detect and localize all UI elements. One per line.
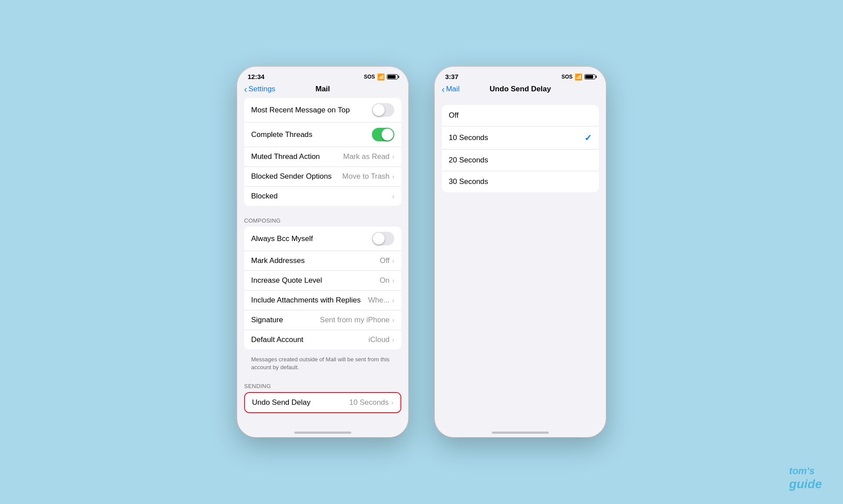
threading-group: Most Recent Message on Top Complete Thre… <box>244 98 401 206</box>
increase-quote-chevron: › <box>392 277 394 284</box>
undo-send-chevron: › <box>391 399 393 406</box>
left-sos: SOS <box>364 74 375 80</box>
default-account-value: iCloud <box>368 335 389 344</box>
footer-note: Messages created outside of Mail will be… <box>237 353 408 375</box>
complete-threads-row[interactable]: Complete Threads <box>244 122 401 147</box>
blocked-sender-value: Move to Trash <box>342 172 390 181</box>
right-back-button[interactable]: ‹ Mail <box>442 85 460 94</box>
right-sos: SOS <box>562 74 573 80</box>
mark-addresses-value: Off <box>380 256 389 265</box>
composing-group: Always Bcc Myself Mark Addresses Off › I… <box>244 227 401 349</box>
signature-row[interactable]: Signature Sent from my iPhone › <box>244 310 401 330</box>
most-recent-toggle-knob <box>373 104 385 116</box>
left-home-indicator <box>237 422 408 437</box>
signature-chevron: › <box>392 317 394 324</box>
increase-quote-row[interactable]: Increase Quote Level On › <box>244 271 401 291</box>
muted-thread-value: Mark as Read <box>343 152 390 161</box>
delay-option-30s[interactable]: 30 Seconds <box>442 171 599 192</box>
always-bcc-label: Always Bcc Myself <box>251 234 372 243</box>
left-back-button[interactable]: ‹ Settings <box>244 85 275 94</box>
signature-label: Signature <box>251 316 320 324</box>
increase-quote-label: Increase Quote Level <box>251 276 380 285</box>
increase-quote-value: On <box>380 276 390 285</box>
muted-thread-chevron: › <box>392 153 394 160</box>
complete-threads-label: Complete Threads <box>251 130 372 139</box>
composing-section-label: COMPOSING <box>237 209 408 227</box>
right-wifi-icon: 📶 <box>575 73 582 80</box>
undo-send-row[interactable]: Undo Send Delay 10 Seconds › <box>245 393 400 412</box>
watermark-line2: guide <box>789 477 822 492</box>
left-back-chevron-icon: ‹ <box>244 85 247 94</box>
left-home-bar <box>294 432 351 434</box>
delay-option-20s[interactable]: 20 Seconds <box>442 150 599 171</box>
left-back-label: Settings <box>249 85 275 94</box>
delay-10s-checkmark: ✓ <box>584 133 592 143</box>
delay-10s-label: 10 Seconds <box>449 133 584 142</box>
default-account-label: Default Account <box>251 335 368 344</box>
right-home-indicator <box>435 422 606 437</box>
blocked-sender-chevron: › <box>392 173 394 180</box>
include-attachments-value: Whe... <box>368 296 389 305</box>
most-recent-label: Most Recent Message on Top <box>251 106 372 115</box>
left-status-icons: SOS 📶 <box>364 73 398 80</box>
delay-30s-label: 30 Seconds <box>449 177 592 186</box>
delay-option-off[interactable]: Off <box>442 105 599 126</box>
watermark-line1: tom's <box>789 465 822 477</box>
blocked-row[interactable]: Blocked › <box>244 187 401 206</box>
left-battery-icon <box>387 74 398 79</box>
signature-value: Sent from my iPhone <box>320 316 390 324</box>
delay-off-label: Off <box>449 111 592 120</box>
blocked-sender-row[interactable]: Blocked Sender Options Move to Trash › <box>244 167 401 187</box>
right-back-label: Mail <box>446 85 460 94</box>
right-home-bar <box>492 432 549 434</box>
right-status-bar: 3:37 SOS 📶 <box>435 67 606 83</box>
right-battery-icon <box>584 74 595 79</box>
right-back-chevron-icon: ‹ <box>442 85 445 94</box>
include-attachments-label: Include Attachments with Replies <box>251 296 368 305</box>
always-bcc-knob <box>373 233 385 245</box>
include-attachments-row[interactable]: Include Attachments with Replies Whe... … <box>244 291 401 310</box>
default-account-chevron: › <box>392 336 394 343</box>
blocked-chevron: › <box>392 193 394 200</box>
complete-threads-toggle[interactable] <box>372 128 394 141</box>
sending-section-label: SENDING <box>237 375 408 392</box>
left-content: Most Recent Message on Top Complete Thre… <box>237 98 408 422</box>
muted-thread-row[interactable]: Muted Thread Action Mark as Read › <box>244 147 401 167</box>
right-nav-bar: ‹ Mail Undo Send Delay <box>435 83 606 98</box>
left-nav-title: Mail <box>315 85 330 94</box>
left-phone: 12:34 SOS 📶 ‹ Settings Mail Most Recent … <box>237 67 408 437</box>
most-recent-row[interactable]: Most Recent Message on Top <box>244 98 401 122</box>
left-nav-bar: ‹ Settings Mail <box>237 83 408 98</box>
blocked-label: Blocked <box>251 192 392 201</box>
undo-send-value: 10 Seconds <box>349 398 389 407</box>
always-bcc-row[interactable]: Always Bcc Myself <box>244 227 401 251</box>
left-wifi-icon: 📶 <box>377 73 385 80</box>
right-nav-title: Undo Send Delay <box>490 85 551 94</box>
default-account-row[interactable]: Default Account iCloud › <box>244 330 401 349</box>
right-time: 3:37 <box>445 73 458 80</box>
include-attachments-chevron: › <box>392 297 394 304</box>
mark-addresses-row[interactable]: Mark Addresses Off › <box>244 251 401 271</box>
delay-20s-label: 20 Seconds <box>449 156 592 165</box>
most-recent-toggle[interactable] <box>372 103 394 117</box>
right-phone: 3:37 SOS 📶 ‹ Mail Undo Send Delay Off 10… <box>435 67 606 437</box>
left-status-bar: 12:34 SOS 📶 <box>237 67 408 83</box>
sending-group: Undo Send Delay 10 Seconds › <box>244 392 401 413</box>
mark-addresses-chevron: › <box>392 257 394 264</box>
blocked-sender-label: Blocked Sender Options <box>251 172 342 181</box>
mark-addresses-label: Mark Addresses <box>251 256 380 265</box>
delay-option-10s[interactable]: 10 Seconds ✓ <box>442 126 599 150</box>
left-time: 12:34 <box>248 73 264 80</box>
right-content: Off 10 Seconds ✓ 20 Seconds 30 Seconds <box>435 98 606 422</box>
delay-options-list: Off 10 Seconds ✓ 20 Seconds 30 Seconds <box>442 105 599 192</box>
undo-send-label: Undo Send Delay <box>252 398 349 407</box>
complete-threads-toggle-knob <box>382 129 393 140</box>
always-bcc-toggle[interactable] <box>372 232 394 245</box>
muted-thread-label: Muted Thread Action <box>251 152 343 161</box>
watermark: tom's guide <box>789 465 822 492</box>
right-status-icons: SOS 📶 <box>562 73 595 80</box>
